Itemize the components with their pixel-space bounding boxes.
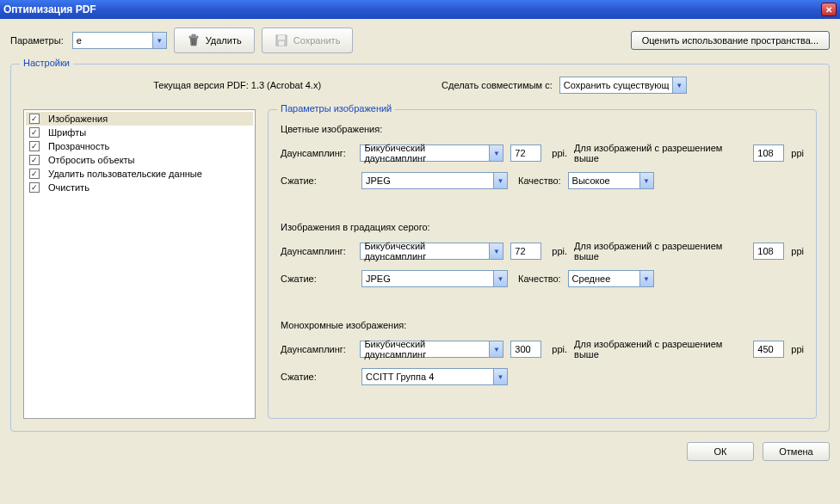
svg-line-4 (195, 39, 195, 45)
combo-value: Бикубический даунсамплинг (364, 339, 489, 360)
color-dpi-target-input[interactable] (510, 144, 541, 162)
settings-fieldset: Настройки Текущая версия PDF: 1.3 (Acrob… (10, 64, 830, 432)
ok-label: ОК (714, 446, 727, 457)
gray-compression-combo[interactable]: JPEG ▼ (361, 270, 508, 287)
gray-quality-combo[interactable]: Среднее ▼ (568, 270, 654, 287)
svg-rect-7 (279, 41, 284, 46)
color-dpi-above-input[interactable] (753, 144, 784, 162)
category-label: Удалить пользовательские данные (48, 169, 202, 179)
params-combo-value: e (77, 35, 82, 46)
checkbox-transparency[interactable]: ✓ (29, 141, 40, 151)
category-item-images[interactable]: ✓ Изображения (26, 112, 253, 126)
combo-value: JPEG (366, 175, 391, 186)
gray-downsampling-row: Даунсамплинг: Бикубический даунсамплинг … (281, 241, 804, 261)
estimate-space-label: Оценить использование пространства... (642, 35, 818, 46)
svg-rect-6 (278, 35, 285, 40)
toolbar: Параметры: e ▼ Удалить Сохранить Оценить… (10, 28, 830, 53)
trash-icon (187, 34, 201, 47)
checkbox-cleanup[interactable]: ✓ (29, 182, 40, 193)
chevron-down-icon: ▼ (489, 341, 503, 357)
color-compression-combo[interactable]: JPEG ▼ (361, 172, 508, 189)
right-panel: Параметры изображений Цветные изображени… (268, 109, 817, 419)
category-list[interactable]: ✓ Изображения ✓ Шрифты ✓ Прозрачность ✓ … (23, 109, 256, 419)
window-title: Оптимизация PDF (3, 3, 96, 15)
color-section-title: Цветные изображения: (281, 124, 804, 134)
settings-fieldset-legend: Настройки (20, 58, 73, 68)
ppi-label: ppi. (552, 344, 567, 354)
close-icon: ✕ (825, 5, 832, 15)
ok-button[interactable]: ОК (687, 442, 754, 461)
checkbox-fonts[interactable]: ✓ (29, 127, 40, 138)
ppi-label: ppi. (552, 246, 567, 256)
quality-label: Качество: (518, 175, 561, 186)
mono-compression-row: Сжатие: CCITT Группа 4 ▼ (281, 368, 804, 385)
category-label: Отбросить объекты (48, 155, 135, 165)
compat-combo-value: Сохранить существующ (564, 80, 670, 90)
gray-dpi-above-input[interactable] (753, 243, 784, 260)
chevron-down-icon: ▼ (639, 271, 653, 286)
downsampling-label: Даунсамплинг: (281, 344, 353, 354)
downsampling-label: Даунсамплинг: (281, 246, 353, 256)
category-item-discard-objects[interactable]: ✓ Отбросить объекты (26, 153, 253, 167)
image-params-fieldset: Параметры изображений Цветные изображени… (268, 109, 817, 419)
category-item-discard-userdata[interactable]: ✓ Удалить пользовательские данные (26, 167, 253, 181)
floppy-icon (275, 34, 288, 47)
chevron-down-icon: ▼ (672, 77, 686, 93)
ppi-label: ppi (791, 148, 804, 158)
category-item-fonts[interactable]: ✓ Шрифты (26, 126, 253, 139)
content-area: Параметры: e ▼ Удалить Сохранить Оценить… (0, 19, 840, 471)
color-downsampling-row: Даунсамплинг: Бикубический даунсамплинг … (281, 143, 804, 163)
gray-dpi-target-input[interactable] (510, 243, 541, 260)
gray-downsampling-combo[interactable]: Бикубический даунсамплинг ▼ (360, 243, 503, 260)
category-item-cleanup[interactable]: ✓ Очистить (26, 181, 253, 194)
mono-downsampling-combo[interactable]: Бикубический даунсамплинг ▼ (360, 341, 503, 358)
mono-section-title: Монохромные изображения: (281, 320, 804, 330)
ppi-label: ppi (791, 246, 804, 256)
checkbox-images[interactable]: ✓ (29, 114, 40, 124)
footer: ОК Отмена (10, 442, 830, 461)
params-label: Параметры: (10, 35, 64, 46)
category-label: Шрифты (48, 127, 86, 138)
mono-dpi-target-input[interactable] (510, 341, 541, 358)
compression-label: Сжатие: (281, 274, 355, 284)
image-params-legend: Параметры изображений (277, 103, 395, 114)
svg-line-2 (192, 39, 193, 45)
estimate-space-button[interactable]: Оценить использование пространства... (631, 31, 830, 50)
mono-compression-combo[interactable]: CCITT Группа 4 ▼ (361, 368, 508, 385)
save-button: Сохранить (262, 28, 354, 53)
above-res-label: Для изображений с разрешением выше (574, 241, 746, 261)
save-button-label: Сохранить (293, 35, 341, 46)
color-quality-combo[interactable]: Высокое ▼ (568, 172, 654, 189)
category-item-transparency[interactable]: ✓ Прозрачность (26, 139, 253, 153)
quality-label: Качество: (518, 274, 561, 284)
delete-button[interactable]: Удалить (174, 28, 255, 53)
svg-rect-1 (192, 34, 195, 36)
ppi-label: ppi. (552, 148, 567, 158)
mono-dpi-above-input[interactable] (753, 341, 784, 358)
mono-downsampling-row: Даунсамплинг: Бикубический даунсамплинг … (281, 339, 804, 360)
cancel-button[interactable]: Отмена (763, 442, 830, 461)
downsampling-label: Даунсамплинг: (281, 148, 353, 158)
close-button[interactable]: ✕ (821, 3, 837, 16)
cancel-label: Отмена (779, 446, 812, 457)
checkbox-discard-objects[interactable]: ✓ (29, 155, 40, 165)
combo-value: Бикубический даунсамплинг (364, 143, 489, 163)
params-combo[interactable]: e ▼ (72, 32, 167, 49)
gray-compression-row: Сжатие: JPEG ▼ Качество: Среднее ▼ (281, 270, 804, 287)
current-version-label: Текущая версия PDF: 1.3 (Acrobat 4.x) (153, 80, 321, 90)
combo-value: Среднее (572, 274, 611, 284)
chevron-down-icon: ▼ (493, 173, 507, 188)
color-compression-row: Сжатие: JPEG ▼ Качество: Высокое ▼ (281, 172, 804, 189)
combo-value: Бикубический даунсамплинг (364, 241, 489, 261)
combo-value: CCITT Группа 4 (366, 372, 434, 382)
color-downsampling-combo[interactable]: Бикубический даунсамплинг ▼ (360, 144, 503, 162)
combo-value: JPEG (366, 274, 391, 284)
compat-combo[interactable]: Сохранить существующ ▼ (559, 77, 687, 94)
category-label: Прозрачность (48, 141, 109, 151)
version-row: Текущая версия PDF: 1.3 (Acrobat 4.x) Сд… (23, 77, 817, 94)
chevron-down-icon: ▼ (489, 145, 503, 161)
category-label: Очистить (48, 182, 90, 193)
chevron-down-icon: ▼ (639, 173, 653, 188)
checkbox-discard-userdata[interactable]: ✓ (29, 169, 40, 179)
chevron-down-icon: ▼ (489, 243, 503, 259)
